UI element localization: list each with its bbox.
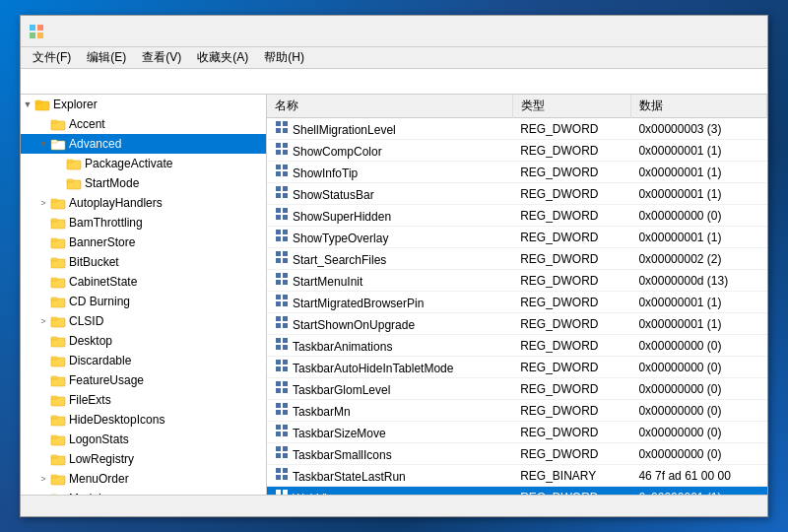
tree-panel[interactable]: ▼ Explorer Accent ▼ Advanced PackageActi… (21, 95, 267, 495)
column-header-type[interactable]: 类型 (512, 95, 630, 118)
maximize-button[interactable] (669, 16, 714, 47)
expand-icon[interactable] (36, 216, 50, 230)
expand-icon[interactable]: > (36, 196, 50, 210)
cell-type: REG_DWORD (512, 118, 630, 140)
expand-icon[interactable] (52, 176, 66, 190)
cell-data: 0x00000000 (0) (630, 400, 766, 422)
tree-item-logonstats[interactable]: LogonStats (21, 430, 266, 449)
address-bar (21, 69, 767, 95)
registry-value-icon (275, 142, 289, 156)
svg-rect-79 (283, 295, 288, 299)
table-row[interactable]: ShowStatusBarREG_DWORD0x00000001 (1) (267, 183, 767, 205)
svg-rect-29 (51, 337, 57, 340)
expand-icon[interactable] (36, 413, 50, 427)
expand-icon[interactable]: ▼ (36, 137, 50, 151)
table-row[interactable]: TaskbarAnimationsREG_DWORD0x00000000 (0) (267, 335, 767, 357)
expand-icon[interactable] (36, 334, 50, 348)
table-row[interactable]: TaskbarAutoHideInTabletModeREG_DWORD0x00… (267, 357, 767, 378)
expand-icon[interactable] (36, 235, 50, 249)
column-header-data[interactable]: 数据 (630, 95, 766, 118)
menu-item[interactable]: 查看(V) (134, 47, 189, 68)
table-row[interactable]: TaskbarStateLastRunREG_BINARY46 7f ad 61… (267, 465, 767, 487)
expand-icon[interactable] (52, 157, 66, 170)
cell-name: Start_SearchFiles (267, 248, 512, 270)
tree-item-cdburning[interactable]: CD Burning (21, 292, 266, 311)
expand-icon[interactable] (36, 373, 50, 387)
table-row[interactable]: ShowSuperHiddenREG_DWORD0x00000000 (0) (267, 205, 767, 227)
tree-item-menuorder[interactable]: > MenuOrder (21, 469, 266, 489)
tree-item-autoplayhandlers[interactable]: > AutoplayHandlers (21, 193, 266, 213)
expand-icon[interactable]: > (36, 472, 50, 486)
menu-item[interactable]: 文件(F) (25, 47, 79, 68)
tree-item-bamthrottling[interactable]: BamThrottling (21, 213, 266, 233)
expand-icon[interactable] (36, 354, 50, 367)
folder-icon (50, 471, 66, 487)
expand-icon[interactable] (36, 255, 50, 269)
table-row[interactable]: StartMigratedBrowserPinREG_DWORD0x000000… (267, 292, 767, 313)
table-row[interactable]: ShowTypeOverlayREG_DWORD0x00000001 (1) (267, 227, 767, 248)
tree-label: BannerStore (69, 235, 135, 249)
cell-type: REG_DWORD (512, 487, 630, 496)
data-panel[interactable]: 名称类型数据 ShellMigrationLevelREG_DWORD0x000… (267, 95, 767, 495)
svg-rect-75 (283, 273, 288, 278)
svg-rect-72 (276, 258, 281, 263)
cell-type: REG_DWORD (512, 357, 630, 378)
expand-icon[interactable]: > (36, 314, 50, 328)
registry-value-icon (275, 445, 289, 459)
tree-item-fileexts[interactable]: FileExts (21, 390, 266, 410)
minimize-button[interactable] (624, 16, 669, 47)
menu-item[interactable]: 帮助(H) (256, 47, 312, 68)
tree-item-bannerstore[interactable]: BannerStore (21, 233, 266, 252)
tree-item-bitbucket[interactable]: BitBucket (21, 252, 266, 272)
tree-item-explorer[interactable]: ▼ Explorer (21, 95, 266, 114)
table-row[interactable]: StartMenuInitREG_DWORD0x0000000d (13) (267, 270, 767, 292)
expand-icon[interactable]: ▼ (21, 98, 34, 111)
svg-rect-47 (283, 121, 288, 126)
table-row[interactable]: Start_SearchFilesREG_DWORD0x00000002 (2) (267, 248, 767, 270)
table-row[interactable]: TaskbarSmallIconsREG_DWORD0x00000000 (0) (267, 443, 767, 465)
svg-rect-70 (276, 251, 281, 256)
tree-item-clsid[interactable]: > CLSID (21, 311, 266, 331)
tree-item-accent[interactable]: Accent (21, 114, 266, 134)
table-row[interactable]: TaskbarSizeMoveREG_DWORD0x00000000 (0) (267, 422, 767, 443)
table-row[interactable]: TaskbarMnREG_DWORD0x00000000 (0) (267, 400, 767, 422)
expand-icon[interactable] (36, 275, 50, 289)
table-row[interactable]: ShellMigrationLevelREG_DWORD0x00000003 (… (267, 118, 767, 140)
cell-type: REG_DWORD (512, 313, 630, 335)
tree-label: Discardable (69, 354, 131, 367)
table-row[interactable]: ShowInfoTipREG_DWORD0x00000001 (1) (267, 162, 767, 183)
table-row[interactable]: ShowCompColorREG_DWORD0x00000001 (1) (267, 140, 767, 162)
table-row[interactable]: TaskbarGlomLevelREG_DWORD0x00000000 (0) (267, 378, 767, 400)
tree-item-desktop[interactable]: Desktop (21, 331, 266, 351)
svg-rect-69 (283, 236, 288, 241)
tree-item-lowregistry[interactable]: LowRegistry (21, 449, 266, 469)
tree-item-hidedesktopicons[interactable]: HideDesktopIcons (21, 410, 266, 430)
table-row[interactable]: StartShownOnUpgradeREG_DWORD0x00000001 (… (267, 313, 767, 335)
table-row[interactable]: WebViewREG_DWORD0x00000001 (1) (267, 487, 767, 496)
cell-data: 0x00000002 (2) (630, 248, 766, 270)
menu-bar: 文件(F)编辑(E)查看(V)收藏夹(A)帮助(H) (21, 47, 767, 69)
svg-rect-35 (51, 396, 57, 399)
svg-rect-91 (283, 360, 288, 365)
close-button[interactable] (714, 16, 759, 47)
tree-item-discardable[interactable]: Discardable (21, 351, 266, 370)
menu-item[interactable]: 编辑(E) (79, 47, 134, 68)
folder-icon (50, 195, 66, 211)
svg-rect-104 (276, 432, 281, 436)
tree-label: MenuOrder (69, 472, 129, 486)
tree-item-packageactivate[interactable]: PackageActivate (21, 154, 266, 173)
column-header-name[interactable]: 名称 (267, 95, 512, 118)
expand-icon[interactable] (36, 432, 50, 446)
svg-rect-21 (51, 258, 57, 261)
menu-item[interactable]: 收藏夹(A) (189, 47, 256, 68)
tree-item-featureusage[interactable]: FeatureUsage (21, 370, 266, 390)
tree-item-startmode[interactable]: StartMode (21, 173, 266, 193)
tree-item-advanced[interactable]: ▼ Advanced (21, 134, 266, 154)
status-bar (21, 495, 767, 516)
expand-icon[interactable] (36, 295, 50, 308)
expand-icon[interactable] (36, 117, 50, 131)
tree-item-cabinetstate[interactable]: CabinetState (21, 272, 266, 292)
expand-icon[interactable] (36, 452, 50, 466)
svg-rect-2 (30, 33, 35, 38)
expand-icon[interactable] (36, 393, 50, 407)
